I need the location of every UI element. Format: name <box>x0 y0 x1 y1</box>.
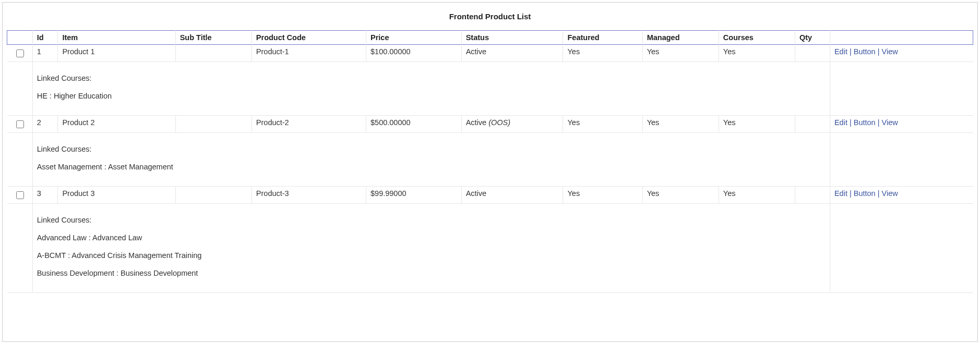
button-link[interactable]: Button <box>854 47 876 56</box>
detail-actions-spacer <box>830 62 973 116</box>
col-status: Status <box>461 31 563 45</box>
cell-sub-title <box>175 45 252 62</box>
row-checkbox-cell <box>7 45 33 62</box>
cell-courses: Yes <box>719 116 795 133</box>
cell-qty <box>795 187 830 204</box>
button-link[interactable]: Button <box>854 189 876 198</box>
detail-spacer <box>7 133 33 187</box>
col-managed: Managed <box>642 31 719 45</box>
linked-courses-row: Linked Courses:HE : Higher Education <box>7 62 973 116</box>
linked-course-item: HE : Higher Education <box>37 92 826 100</box>
view-link[interactable]: View <box>882 189 898 198</box>
cell-status: Active (OOS) <box>461 116 563 133</box>
cell-price: $99.99000 <box>366 187 462 204</box>
action-separator: | <box>847 118 854 127</box>
col-featured: Featured <box>563 31 642 45</box>
cell-product-code: Product-1 <box>252 45 366 62</box>
cell-featured: Yes <box>563 187 642 204</box>
status-suffix: (OOS) <box>488 118 510 127</box>
cell-actions: Edit | Button | View <box>830 116 973 133</box>
cell-actions: Edit | Button | View <box>830 187 973 204</box>
cell-status: Active <box>461 45 563 62</box>
cell-id: 2 <box>32 116 58 133</box>
detail-actions-spacer <box>830 133 973 187</box>
status-text: Active <box>466 189 487 198</box>
row-checkbox[interactable] <box>16 120 24 128</box>
detail-spacer <box>7 62 33 116</box>
linked-courses-cell: Linked Courses:HE : Higher Education <box>32 62 830 116</box>
action-separator: | <box>876 47 882 56</box>
cell-status: Active <box>461 187 563 204</box>
col-qty: Qty <box>795 31 830 45</box>
detail-actions-spacer <box>830 204 973 293</box>
linked-courses-cell: Linked Courses:Asset Management : Asset … <box>32 133 830 187</box>
view-link[interactable]: View <box>882 47 898 56</box>
cell-managed: Yes <box>642 187 719 204</box>
cell-id: 3 <box>32 187 58 204</box>
col-sub-title: Sub Title <box>175 31 252 45</box>
action-separator: | <box>876 118 882 127</box>
action-separator: | <box>847 189 854 198</box>
col-id: Id <box>32 31 58 45</box>
table-header-row: Id Item Sub Title Product Code Price Sta… <box>7 31 973 45</box>
cell-sub-title <box>175 116 252 133</box>
col-checkbox <box>7 31 33 45</box>
cell-item: Product 2 <box>58 116 175 133</box>
row-checkbox[interactable] <box>16 191 24 199</box>
button-link[interactable]: Button <box>854 118 876 127</box>
col-item: Item <box>58 31 175 45</box>
page-title: Frontend Product List <box>7 7 973 30</box>
detail-spacer <box>7 204 33 293</box>
action-separator: | <box>876 189 882 198</box>
table-row: 3Product 3Product-3$99.99000ActiveYesYes… <box>7 187 973 204</box>
row-checkbox[interactable] <box>16 50 24 57</box>
linked-courses-label: Linked Courses: <box>37 74 826 82</box>
cell-product-code: Product-3 <box>252 187 366 204</box>
cell-courses: Yes <box>719 187 795 204</box>
cell-item: Product 3 <box>58 187 175 204</box>
edit-link[interactable]: Edit <box>834 189 847 198</box>
row-checkbox-cell <box>7 187 33 204</box>
edit-link[interactable]: Edit <box>834 118 847 127</box>
cell-price: $500.00000 <box>366 116 462 133</box>
cell-sub-title <box>175 187 252 204</box>
cell-product-code: Product-2 <box>252 116 366 133</box>
col-price: Price <box>366 31 462 45</box>
col-courses: Courses <box>719 31 795 45</box>
cell-qty <box>795 45 830 62</box>
cell-id: 1 <box>32 45 58 62</box>
table-row: 2Product 2Product-2$500.00000Active (OOS… <box>7 116 973 133</box>
view-link[interactable]: View <box>882 118 898 127</box>
linked-courses-cell: Linked Courses:Advanced Law : Advanced L… <box>32 204 830 293</box>
cell-actions: Edit | Button | View <box>830 45 973 62</box>
status-text: Active <box>466 118 489 127</box>
linked-courses-label: Linked Courses: <box>37 216 826 224</box>
linked-course-item: Asset Management : Asset Management <box>37 163 826 171</box>
action-separator: | <box>847 47 854 56</box>
cell-courses: Yes <box>719 45 795 62</box>
cell-featured: Yes <box>563 116 642 133</box>
cell-qty <box>795 116 830 133</box>
linked-courses-row: Linked Courses:Asset Management : Asset … <box>7 133 973 187</box>
cell-managed: Yes <box>642 116 719 133</box>
cell-featured: Yes <box>563 45 642 62</box>
linked-course-item: Business Development : Business Developm… <box>37 269 826 277</box>
product-table: Id Item Sub Title Product Code Price Sta… <box>7 30 973 293</box>
linked-courses-label: Linked Courses: <box>37 145 826 153</box>
cell-item: Product 1 <box>58 45 175 62</box>
row-checkbox-cell <box>7 116 33 133</box>
linked-course-item: A-BCMT : Advanced Crisis Management Trai… <box>37 251 826 260</box>
linked-course-item: Advanced Law : Advanced Law <box>37 234 826 242</box>
status-text: Active <box>466 47 487 56</box>
col-product-code: Product Code <box>252 31 366 45</box>
cell-managed: Yes <box>642 45 719 62</box>
cell-price: $100.00000 <box>366 45 462 62</box>
edit-link[interactable]: Edit <box>834 47 847 56</box>
col-actions <box>830 31 973 45</box>
linked-courses-row: Linked Courses:Advanced Law : Advanced L… <box>7 204 973 293</box>
table-row: 1Product 1Product-1$100.00000ActiveYesYe… <box>7 45 973 62</box>
list-panel: Frontend Product List Id Item Sub Title … <box>2 2 978 342</box>
